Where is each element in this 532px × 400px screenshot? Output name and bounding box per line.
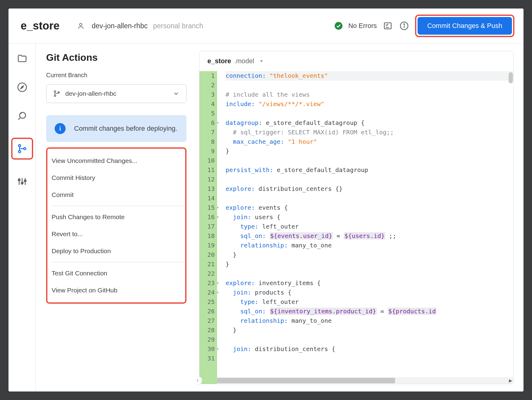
editor-card: e_store.model 12345678910111213141516171… <box>199 51 514 384</box>
svg-rect-17 <box>24 180 26 181</box>
left-iconbar <box>9 43 36 391</box>
action-divider <box>52 262 185 262</box>
project-name: e_store <box>21 19 60 32</box>
info-banner-text: Commit changes before deploying. <box>74 124 177 133</box>
svg-point-9 <box>18 145 20 147</box>
scroll-right-arrow[interactable]: ▶ <box>509 378 512 383</box>
vertical-scrollbar[interactable] <box>509 72 513 83</box>
svg-marker-21 <box>260 60 263 62</box>
action-divider <box>52 206 185 206</box>
chevron-down-icon <box>173 90 179 97</box>
commit-button-highlight: Commit Changes & Push <box>415 15 514 37</box>
iconbar-git-highlight <box>11 138 33 160</box>
iconbar-settings[interactable] <box>15 175 29 188</box>
svg-rect-16 <box>21 182 23 184</box>
svg-point-8 <box>19 112 26 119</box>
top-bar: e_store dev-jon-allen-rhbc personal bran… <box>9 9 523 43</box>
branch-description: personal branch <box>153 22 203 30</box>
git-action-item[interactable]: Test Git Connection <box>47 265 185 282</box>
info-banner-icon: i <box>55 123 66 134</box>
svg-rect-15 <box>18 179 20 181</box>
svg-point-11 <box>23 147 26 150</box>
check-icon <box>334 22 343 30</box>
code-content[interactable]: connection: "thelook_events" # include a… <box>217 71 513 377</box>
file-tab-chevron-icon <box>259 59 264 64</box>
branch-selector-value: dev-jon-allen-rhbc <box>65 90 168 97</box>
iconbar-git[interactable] <box>15 142 29 155</box>
ide-window: e_store dev-jon-allen-rhbc personal bran… <box>9 9 523 391</box>
git-panel: Git Actions Current Branch dev-jon-allen… <box>36 43 197 391</box>
svg-point-18 <box>54 91 56 92</box>
line-gutter: 1234567891011121314151617181920212223242… <box>200 71 217 377</box>
git-action-item[interactable]: Revert to... <box>47 226 185 243</box>
current-branch-label: Current Branch <box>46 72 186 79</box>
horizontal-scrollbar[interactable]: ▶ <box>217 377 513 384</box>
person-icon <box>77 22 84 29</box>
svg-point-10 <box>18 150 20 153</box>
git-action-item[interactable]: Push Changes to Remote <box>47 209 185 226</box>
validation-status: No Errors <box>348 22 377 30</box>
validate-icon[interactable] <box>382 20 393 31</box>
svg-marker-7 <box>21 86 23 89</box>
file-name-ext: .model <box>234 57 254 65</box>
svg-rect-2 <box>384 23 391 29</box>
editor-area: ‹ e_store.model 123456789101112131415161… <box>197 43 523 391</box>
git-action-item[interactable]: View Uncommitted Changes... <box>47 152 185 169</box>
svg-point-0 <box>80 23 82 26</box>
main-body: Git Actions Current Branch dev-jon-allen… <box>9 43 523 391</box>
git-action-item[interactable]: Commit History <box>47 169 185 186</box>
horizontal-scrollbar-thumb[interactable] <box>217 378 395 383</box>
branch-selector[interactable]: dev-jon-allen-rhbc <box>46 84 186 103</box>
git-action-item[interactable]: Commit <box>47 186 185 203</box>
file-name-bold: e_store <box>207 57 231 65</box>
iconbar-search[interactable] <box>15 109 29 122</box>
svg-point-19 <box>54 95 56 97</box>
branch-icon <box>53 90 60 97</box>
git-action-item[interactable]: Deploy to Production <box>47 243 185 260</box>
git-action-item[interactable]: View Project on GitHub <box>47 282 185 299</box>
branch-name: dev-jon-allen-rhbc <box>92 22 148 30</box>
info-icon[interactable] <box>399 20 410 31</box>
panel-title: Git Actions <box>46 52 186 63</box>
code-editor[interactable]: 1234567891011121314151617181920212223242… <box>200 71 513 377</box>
git-actions-highlight: View Uncommitted Changes...Commit Histor… <box>46 147 186 304</box>
iconbar-compass[interactable] <box>15 81 29 94</box>
svg-point-5 <box>404 24 405 25</box>
commit-push-button[interactable]: Commit Changes & Push <box>418 17 512 35</box>
iconbar-files[interactable] <box>15 52 29 65</box>
info-banner: i Commit changes before deploying. <box>46 115 186 142</box>
file-tab[interactable]: e_store.model <box>200 51 513 71</box>
